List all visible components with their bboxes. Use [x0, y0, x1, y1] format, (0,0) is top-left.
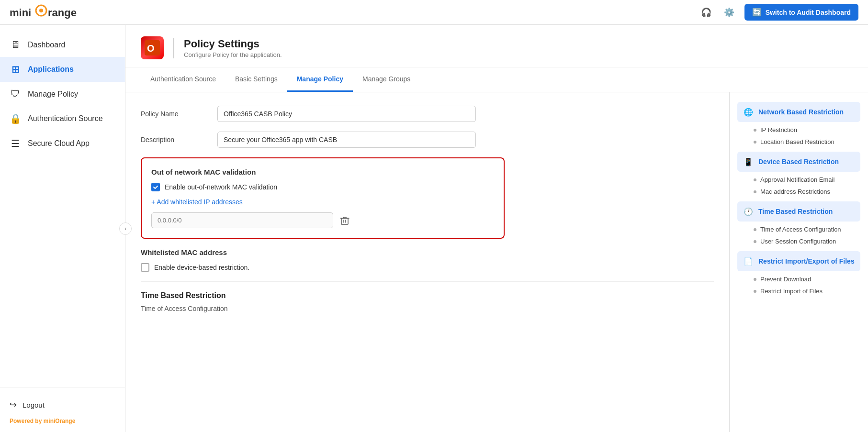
- rp-device-label: Device Based Restriction: [758, 158, 839, 166]
- rp-import-export-section: 📄 Restrict Import/Export of Files Preven…: [737, 251, 860, 297]
- sidebar-item-label-manage-policy: Manage Policy: [28, 90, 78, 99]
- rp-mac-restrictions[interactable]: Mac address Restrictions: [754, 186, 860, 198]
- monitor-icon: 🖥: [10, 39, 21, 50]
- policy-name-label: Policy Name: [141, 110, 217, 118]
- approval-notification-label: Approval Notification Email: [760, 176, 834, 183]
- ip-restriction-label: IP Restriction: [760, 126, 797, 133]
- tab-manage-groups[interactable]: Manage Groups: [353, 67, 420, 92]
- svg-text:O: O: [147, 43, 155, 54]
- dot-icon: [754, 178, 756, 181]
- ip-input[interactable]: [151, 212, 333, 228]
- content-area: O Policy Settings Configure Policy for t…: [125, 25, 868, 432]
- logout-item[interactable]: ↪ Logout: [10, 396, 115, 414]
- restrict-import-label: Restrict Import of Files: [760, 288, 823, 295]
- time-restriction-section: Time Based Restriction Time of Access Co…: [141, 291, 505, 312]
- sidebar-item-secure-cloud[interactable]: ☰ Secure Cloud App: [0, 131, 125, 156]
- app-header: O Policy Settings Configure Policy for t…: [125, 25, 868, 67]
- rp-time-sub-items: Time of Access Configuration User Sessio…: [737, 223, 860, 247]
- tab-authentication-source[interactable]: Authentication Source: [141, 67, 225, 92]
- sidebar-item-label-dashboard: Dashboard: [28, 41, 65, 49]
- powered-by: Powered by miniOrange: [10, 418, 115, 424]
- sidebar-item-auth-source[interactable]: 🔒 Authentication Source: [0, 106, 125, 131]
- headset-icon[interactable]: 🎧: [699, 5, 714, 20]
- page-subtitle: Configure Policy for the application.: [184, 51, 282, 58]
- sidebar-nav: 🖥 Dashboard ⊞ Applications 🛡 Manage Poli…: [0, 25, 125, 388]
- description-input[interactable]: [217, 132, 476, 148]
- tab-manage-policy[interactable]: Manage Policy: [287, 67, 353, 92]
- sidebar-collapse-button[interactable]: ‹: [119, 222, 132, 235]
- right-panel: 🌐 Network Based Restriction IP Restricti…: [729, 92, 868, 432]
- policy-name-input[interactable]: [217, 106, 476, 122]
- sidebar-item-label-auth-source: Authentication Source: [28, 114, 103, 123]
- rp-import-export-sub-items: Prevent Download Restrict Import of File…: [737, 273, 860, 297]
- rp-network-label: Network Based Restriction: [758, 108, 844, 116]
- audit-btn-label: Switch to Audit Dashboard: [766, 9, 851, 16]
- rp-prevent-download[interactable]: Prevent Download: [754, 273, 860, 285]
- refresh-icon: 🔄: [752, 8, 762, 17]
- prevent-download-label: Prevent Download: [760, 276, 811, 283]
- time-of-access-label: Time of Access Configuration: [141, 305, 505, 312]
- whitelisted-mac-title: Whitelisted MAC address: [141, 248, 505, 256]
- user-session-label: User Session Configuration: [760, 238, 836, 245]
- mac-validation-checkbox-row: Enable out-of-network MAC validation: [151, 183, 494, 191]
- shield-icon: 🛡: [10, 89, 21, 100]
- mac-validation-checkbox[interactable]: [151, 183, 160, 191]
- sidebar: ‹ 🖥 Dashboard ⊞ Applications 🛡 Manage Po…: [0, 25, 125, 432]
- rp-import-export-header[interactable]: 📄 Restrict Import/Export of Files: [737, 251, 860, 271]
- rp-time-header[interactable]: 🕐 Time Based Restriction: [737, 201, 860, 222]
- file-icon: 📄: [743, 256, 754, 266]
- description-label: Description: [141, 136, 217, 144]
- whitelisted-mac-section: Whitelisted MAC address Enable device-ba…: [141, 248, 505, 272]
- content-body: Policy Name Description Out of network M…: [125, 92, 868, 432]
- device-restriction-checkbox-label: Enable device-based restriction.: [154, 264, 249, 271]
- rp-ip-restriction[interactable]: IP Restriction: [754, 124, 860, 136]
- rp-restrict-import[interactable]: Restrict Import of Files: [754, 285, 860, 297]
- svg-text:range: range: [48, 7, 77, 19]
- top-header: mini range 🎧 ⚙️ 🔄 Switch to Audit Dashbo…: [0, 0, 868, 25]
- gear-icon[interactable]: ⚙️: [721, 5, 737, 20]
- rp-time-of-access[interactable]: Time of Access Configuration: [754, 223, 860, 235]
- add-ip-link[interactable]: + Add whitelisted IP addresses: [151, 198, 243, 206]
- time-restriction-title: Time Based Restriction: [141, 291, 505, 300]
- audit-dashboard-button[interactable]: 🔄 Switch to Audit Dashboard: [744, 4, 858, 21]
- time-of-access-config-label: Time of Access Configuration: [760, 226, 841, 233]
- grid-icon: ⊞: [10, 64, 21, 75]
- rp-device-sub-items: Approval Notification Email Mac address …: [737, 174, 860, 198]
- sidebar-item-label-secure-cloud: Secure Cloud App: [28, 139, 90, 148]
- tab-basic-settings[interactable]: Basic Settings: [225, 67, 287, 92]
- sidebar-item-manage-policy[interactable]: 🛡 Manage Policy: [0, 82, 125, 106]
- dot-icon: [754, 141, 756, 144]
- mac-validation-checkbox-label: Enable out-of-network MAC validation: [165, 183, 277, 191]
- lock-icon: 🔒: [10, 113, 21, 124]
- dot-icon: [754, 190, 756, 193]
- globe-icon: 🌐: [743, 107, 754, 117]
- rp-approval-notification[interactable]: Approval Notification Email: [754, 174, 860, 186]
- location-restriction-label: Location Based Restriction: [760, 138, 834, 145]
- rp-location-restriction[interactable]: Location Based Restriction: [754, 136, 860, 148]
- device-restriction-checkbox[interactable]: [141, 263, 149, 272]
- delete-ip-button[interactable]: [338, 214, 351, 227]
- device-restriction-checkbox-row: Enable device-based restriction.: [141, 263, 505, 272]
- dot-icon: [754, 228, 756, 231]
- sidebar-footer: ↪ Logout Powered by miniOrange: [0, 388, 125, 432]
- sidebar-item-dashboard[interactable]: 🖥 Dashboard: [0, 33, 125, 57]
- svg-rect-6: [341, 218, 348, 224]
- sidebar-item-applications[interactable]: ⊞ Applications: [0, 57, 125, 82]
- ip-row: [151, 212, 494, 228]
- dot-icon: [754, 240, 756, 243]
- rp-user-session[interactable]: User Session Configuration: [754, 235, 860, 247]
- logout-icon: ↪: [10, 399, 17, 410]
- rp-import-export-label: Restrict Import/Export of Files: [758, 257, 855, 265]
- mobile-icon: 📱: [743, 156, 754, 167]
- list-icon: ☰: [10, 138, 21, 149]
- clock-icon: 🕐: [743, 206, 754, 217]
- logo-area: mini range: [10, 4, 77, 21]
- rp-device-header[interactable]: 📱 Device Based Restriction: [737, 152, 860, 172]
- policy-name-row: Policy Name: [141, 106, 714, 122]
- dot-icon: [754, 278, 756, 281]
- rp-device-section: 📱 Device Based Restriction Approval Noti…: [737, 152, 860, 198]
- rp-network-header[interactable]: 🌐 Network Based Restriction: [737, 102, 860, 122]
- tabs-bar: Authentication Source Basic Settings Man…: [125, 67, 868, 92]
- mac-restrictions-label: Mac address Restrictions: [760, 188, 830, 195]
- dot-icon: [754, 129, 756, 132]
